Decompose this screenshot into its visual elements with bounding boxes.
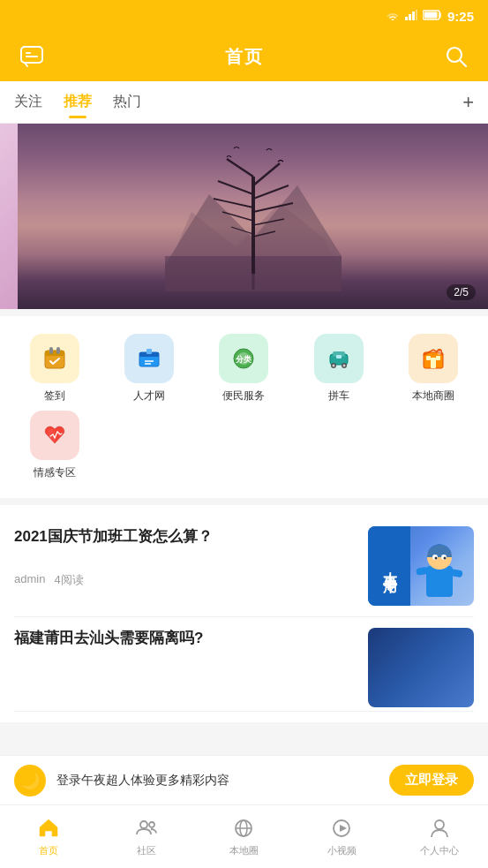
profile-nav-label: 个人中心: [420, 844, 459, 857]
news-title-2: 福建莆田去汕头需要隔离吗?: [14, 628, 356, 649]
tab-navigation: 关注 推荐 热门 +: [0, 81, 488, 124]
tab-follow[interactable]: 关注: [14, 89, 42, 115]
svg-line-18: [253, 185, 289, 199]
news-image-text: 大事专用: [380, 561, 399, 571]
video-nav-icon: [329, 816, 354, 841]
tab-recommend[interactable]: 推荐: [64, 89, 92, 115]
svg-line-15: [227, 159, 253, 177]
svg-rect-1: [409, 14, 411, 20]
login-avatar-icon: 🌙: [19, 770, 41, 791]
svg-rect-5: [424, 11, 437, 18]
search-icon[interactable]: [439, 39, 474, 74]
svg-point-66: [435, 820, 444, 829]
news-content-area: 2021国庆节加班工资怎么算？ admin 4阅读 大事专用: [0, 505, 488, 722]
time-display: 9:25: [447, 9, 474, 24]
home-nav-label: 首页: [39, 844, 58, 857]
sign-in-icon: [30, 334, 79, 383]
svg-rect-3: [416, 10, 417, 20]
news-image-2: [368, 628, 474, 707]
chat-icon[interactable]: [14, 39, 49, 74]
svg-line-16: [253, 163, 280, 185]
svg-point-60: [149, 822, 154, 827]
carpool-icon: [314, 334, 364, 383]
quick-access-grid: 签到 人才网 分类 便民服务: [0, 316, 488, 498]
svg-text:分类: 分类: [235, 355, 252, 364]
emotion-icon: [30, 411, 79, 460]
login-now-button[interactable]: 立即登录: [389, 765, 474, 796]
banner-left-strip: [0, 124, 18, 309]
news-author-1: admin: [14, 572, 45, 588]
status-bar: 9:25: [0, 0, 488, 32]
svg-point-43: [342, 365, 345, 367]
login-avatar: 🌙: [14, 765, 46, 796]
login-bar: 🌙 登录午夜超人体验更多精彩内容 立即登录: [0, 755, 488, 804]
status-icons: 9:25: [386, 9, 474, 24]
svg-rect-28: [49, 347, 53, 354]
local-label: 本地商圈: [412, 389, 454, 404]
home-nav-icon: [36, 816, 61, 841]
news-item-2[interactable]: 福建莆田去汕头需要隔离吗?: [14, 617, 474, 712]
svg-point-56: [444, 557, 447, 560]
svg-rect-48: [436, 356, 440, 360]
local-circle-nav-label: 本地圈: [229, 844, 259, 857]
svg-line-17: [218, 181, 253, 194]
news-image-character: [409, 535, 470, 606]
svg-rect-27: [45, 351, 64, 356]
icon-item-sign-in[interactable]: 签到: [7, 330, 101, 407]
local-icon: @: [409, 334, 458, 383]
community-nav-icon: [134, 816, 159, 841]
news-title-1: 2021国庆节加班工资怎么算？: [14, 526, 356, 547]
svg-rect-34: [146, 349, 152, 354]
svg-line-10: [460, 60, 466, 66]
icon-item-convenience[interactable]: 分类 便民服务: [197, 330, 291, 407]
profile-nav-icon: [427, 816, 452, 841]
tab-hot[interactable]: 热门: [113, 89, 141, 115]
talent-label: 人才网: [133, 389, 165, 404]
login-prompt-text: 登录午夜超人体验更多精彩内容: [56, 773, 379, 789]
svg-marker-65: [340, 825, 347, 832]
news-read-1: 4阅读: [54, 572, 83, 588]
svg-rect-0: [405, 17, 408, 20]
banner-image: [18, 124, 488, 309]
svg-rect-2: [412, 11, 415, 20]
svg-text:@: @: [438, 350, 442, 355]
svg-rect-46: [431, 358, 436, 368]
local-circle-nav-icon: [231, 816, 256, 841]
nav-item-video[interactable]: 小视频: [293, 816, 391, 857]
nav-item-profile[interactable]: 个人中心: [390, 816, 488, 857]
video-nav-label: 小视频: [327, 844, 357, 857]
header: 首页: [0, 32, 488, 81]
banner-main: 2/5: [18, 124, 488, 309]
svg-rect-44: [336, 355, 342, 359]
divider-1: [0, 309, 488, 316]
icon-item-talent[interactable]: 人才网: [101, 330, 196, 407]
news-image-1: 大事专用: [368, 526, 474, 606]
tree-illustration: [165, 141, 342, 291]
sign-in-label: 签到: [44, 389, 65, 404]
community-nav-label: 社区: [137, 844, 156, 857]
svg-rect-47: [426, 356, 431, 360]
svg-point-41: [332, 365, 334, 367]
wifi-icon: [386, 10, 400, 23]
news-text-1: 2021国庆节加班工资怎么算？ admin 4阅读: [14, 526, 356, 588]
banner-area[interactable]: 2/5: [0, 124, 488, 309]
icon-item-emotion[interactable]: 情感专区: [7, 407, 101, 484]
convenience-label: 便民服务: [222, 389, 265, 404]
signal-icon: [405, 10, 417, 23]
svg-rect-29: [56, 347, 60, 354]
nav-item-local-circle[interactable]: 本地圈: [195, 816, 293, 857]
add-tab-button[interactable]: +: [462, 91, 474, 114]
icon-item-local[interactable]: @ 本地商圈: [387, 330, 481, 407]
carpool-label: 拼车: [328, 389, 349, 404]
bottom-navigation: 首页 社区 本地圈: [0, 804, 488, 868]
news-item-1[interactable]: 2021国庆节加班工资怎么算？ admin 4阅读 大事专用: [14, 516, 474, 617]
svg-rect-51: [426, 566, 453, 597]
svg-point-59: [140, 821, 147, 828]
news-text-2: 福建莆田去汕头需要隔离吗?: [14, 628, 356, 649]
news-image-overlay: 大事专用: [368, 526, 474, 606]
talent-icon: [124, 334, 174, 383]
nav-item-home[interactable]: 首页: [0, 816, 98, 857]
nav-item-community[interactable]: 社区: [98, 816, 196, 857]
convenience-icon: 分类: [219, 334, 268, 383]
icon-item-carpool[interactable]: 拼车: [291, 330, 386, 407]
